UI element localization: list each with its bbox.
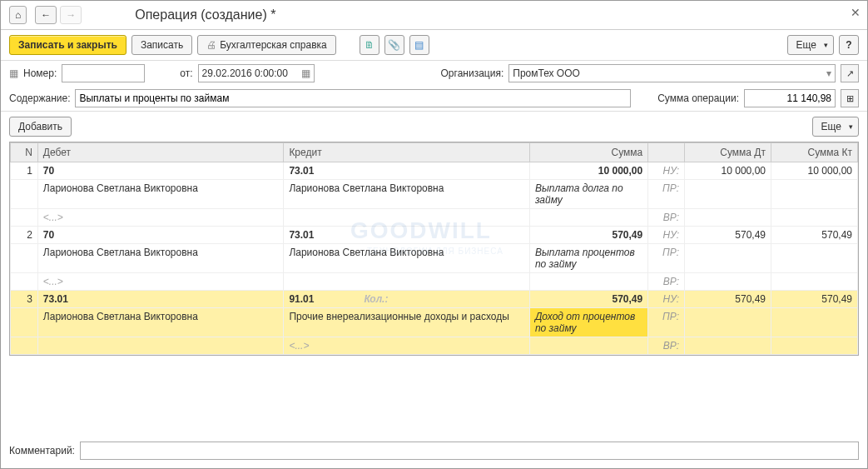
cell-sum[interactable]: 570,49 [529, 291, 647, 308]
list-button[interactable]: ▤ [409, 35, 429, 55]
table-toolbar: Добавить Еще [1, 111, 867, 142]
cell-debit-sub2[interactable]: <...> [37, 273, 284, 291]
cell-sum[interactable]: 10 000,00 [529, 162, 647, 180]
cell-credit[interactable]: 73.01 [284, 227, 530, 244]
cell-debit[interactable]: 70 [37, 227, 284, 244]
cell-tag: ВР: [648, 273, 685, 291]
cell-tag: ПР: [648, 180, 685, 209]
comment-row: Комментарий: [9, 442, 859, 460]
printer-icon: 🖨 [206, 39, 216, 51]
main-toolbar: Записать и закрыть Записать 🖨 Бухгалтерс… [1, 30, 867, 61]
cell-credit-sub2[interactable]: <...> [284, 337, 530, 355]
cell-credit[interactable]: 73.01 [284, 162, 530, 180]
table-header: N Дебет Кредит Сумма Сумма Дт Сумма Кт [11, 143, 858, 162]
col-tag [648, 143, 685, 162]
cell-n: 3 [11, 291, 38, 308]
cell-tag: ВР: [648, 337, 685, 355]
clip-button[interactable]: 📎 [384, 35, 404, 55]
cell-sum-kt: 570,49 [771, 291, 857, 308]
col-debit[interactable]: Дебет [37, 143, 284, 162]
cell-sum[interactable]: 570,49 [529, 227, 647, 244]
table-row[interactable]: 17073.0110 000,00НУ:10 000,0010 000,00 [11, 162, 858, 180]
cell-debit[interactable]: 73.01 [37, 291, 284, 308]
table-row-sub[interactable]: Ларионова Светлана ВикторовнаЛарионова С… [11, 180, 858, 209]
col-sum-dt[interactable]: Сумма Дт [685, 143, 771, 162]
cell-sum-kt: 10 000,00 [771, 162, 857, 180]
cell-tag: НУ: [648, 291, 685, 308]
col-n[interactable]: N [11, 143, 38, 162]
print-reference-button[interactable]: 🖨 Бухгалтерская справка [197, 35, 336, 55]
operation-window: ⌂ ← → Операция (создание) * ✕ Записать и… [0, 0, 868, 469]
table-row-sub2[interactable]: <...>ВР: [11, 209, 858, 227]
table-row[interactable]: 27073.01570,49НУ:570,49570,49 [11, 227, 858, 244]
cell-sum-sub[interactable]: Выплата долга по займу [529, 180, 647, 209]
cell-credit-sub[interactable]: Ларионова Светлана Викторовна [284, 180, 530, 209]
cell-tag: НУ: [648, 162, 685, 180]
table-row-sub2[interactable]: <...>ВР: [11, 273, 858, 291]
titlebar: ⌂ ← → Операция (создание) * ✕ [1, 1, 867, 30]
home-button[interactable]: ⌂ [9, 6, 27, 24]
cell-debit-sub2[interactable] [37, 337, 284, 355]
cell-debit[interactable]: 70 [37, 162, 284, 180]
save-button[interactable]: Записать [131, 35, 192, 55]
cell-debit-sub[interactable]: Ларионова Светлана Викторовна [37, 244, 284, 273]
number-field[interactable] [62, 64, 145, 82]
cell-sum-sub[interactable]: Выплата процентов по займу [529, 244, 647, 273]
cell-sum-dt: 10 000,00 [685, 162, 771, 180]
form-row-2: Содержание: Сумма операции: ⊞ [1, 86, 867, 111]
more-button[interactable]: Еще [787, 35, 834, 55]
cell-sum-sub[interactable]: Доход от процентов по займу [529, 308, 647, 337]
content-label: Содержание: [9, 92, 70, 104]
list-icon: ▤ [414, 39, 424, 51]
add-row-button[interactable]: Добавить [9, 117, 72, 137]
close-icon[interactable]: ✕ [851, 6, 861, 19]
comment-field[interactable] [80, 442, 859, 460]
cell-sum-kt: 570,49 [771, 227, 857, 244]
cell-debit-sub[interactable]: Ларионова Светлана Викторовна [37, 180, 284, 209]
cell-n: 1 [11, 162, 38, 180]
content-field[interactable] [75, 89, 631, 107]
org-label: Организация: [441, 67, 504, 79]
cell-tag: НУ: [648, 227, 685, 244]
table-row-sub[interactable]: Ларионова Светлана ВикторовнаПрочие внер… [11, 308, 858, 337]
cell-sum-dt: 570,49 [685, 291, 771, 308]
cell-credit-sub[interactable]: Прочие внереализационные доходы и расход… [284, 308, 530, 337]
cell-tag: ПР: [648, 308, 685, 337]
cell-n: 2 [11, 227, 38, 244]
col-credit[interactable]: Кредит [284, 143, 530, 162]
from-label: от: [180, 67, 192, 79]
entries-table: N Дебет Кредит Сумма Сумма Дт Сумма Кт 1… [9, 142, 859, 356]
help-button[interactable]: ? [839, 35, 859, 55]
table-row[interactable]: 373.0191.01Кол.:570,49НУ:570,49570,49 [11, 291, 858, 308]
org-open-button[interactable]: ↗ [841, 64, 859, 82]
cell-credit-sub2[interactable] [284, 273, 530, 291]
cell-credit-sub[interactable]: Ларионова Светлана Викторовна [284, 244, 530, 273]
col-sum[interactable]: Сумма [529, 143, 647, 162]
table-row-sub[interactable]: Ларионова Светлана ВикторовнаЛарионова С… [11, 244, 858, 273]
calendar-icon[interactable]: ▦ [301, 67, 310, 79]
cell-debit-sub2[interactable]: <...> [37, 209, 284, 227]
cell-credit-sub2[interactable] [284, 209, 530, 227]
document-icon: 🗎 [365, 39, 374, 51]
table-row-sub2[interactable]: <...>ВР: [11, 337, 858, 355]
form-row-1: ▦ Номер: от: 29.02.2016 0:00:00 ▦ Органи… [1, 61, 867, 86]
save-close-button[interactable]: Записать и закрыть [9, 35, 126, 55]
col-sum-kt[interactable]: Сумма Кт [771, 143, 857, 162]
forward-button: → [60, 6, 82, 24]
doc-attach-button[interactable]: 🗎 [360, 35, 379, 55]
window-title: Операция (создание) * [135, 7, 275, 22]
paperclip-icon: 📎 [388, 39, 400, 51]
cell-tag: ВР: [648, 209, 685, 227]
org-field[interactable]: ПромТех ООО ▾ [508, 64, 836, 82]
dropdown-icon[interactable]: ▾ [826, 67, 831, 79]
cell-credit[interactable]: 91.01Кол.: [284, 291, 530, 308]
back-button[interactable]: ← [35, 6, 57, 24]
table-more-button[interactable]: Еще [812, 117, 859, 137]
cell-debit-sub[interactable]: Ларионова Светлана Викторовна [37, 308, 284, 337]
cell-sum-dt: 570,49 [685, 227, 771, 244]
cell-tag: ПР: [648, 244, 685, 273]
calc-button[interactable]: ⊞ [841, 89, 859, 107]
sum-field[interactable] [744, 89, 836, 107]
date-field[interactable]: 29.02.2016 0:00:00 ▦ [198, 64, 315, 82]
comment-label: Комментарий: [9, 445, 75, 457]
